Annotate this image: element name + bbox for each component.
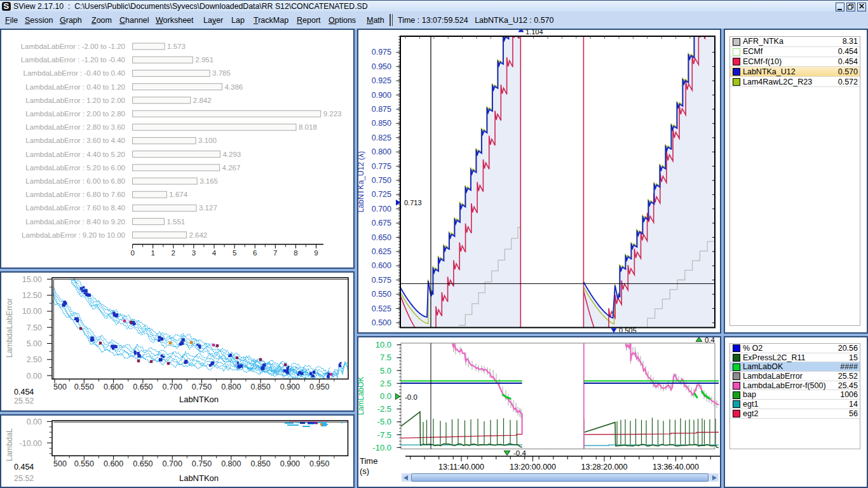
svg-text:7.5: 7.5 xyxy=(380,353,391,362)
svg-text:0.700: 0.700 xyxy=(372,205,391,214)
svg-text:(s): (s) xyxy=(360,466,369,476)
svg-text:0.575: 0.575 xyxy=(372,276,391,285)
svg-text:9: 9 xyxy=(314,249,318,257)
svg-text:10.00: 10.00 xyxy=(22,307,42,316)
svg-text:5.0: 5.0 xyxy=(380,366,391,376)
svg-text:9.223: 9.223 xyxy=(323,110,342,118)
svg-text:0.800: 0.800 xyxy=(372,147,391,156)
svg-text:LabNTKon: LabNTKon xyxy=(179,395,219,404)
svg-text:0.800: 0.800 xyxy=(221,459,241,468)
svg-text:3.165: 3.165 xyxy=(200,177,218,185)
svg-text:2.951: 2.951 xyxy=(195,56,214,64)
svg-text:0.750: 0.750 xyxy=(192,383,212,391)
svg-text:1.551: 1.551 xyxy=(166,218,185,226)
svg-text:LabNTKa_U12 (λ): LabNTKa_U12 (λ) xyxy=(358,151,365,213)
svg-text:4: 4 xyxy=(212,249,217,257)
svg-text:0.725: 0.725 xyxy=(372,190,391,199)
svg-text:13:28:20.000: 13:28:20.000 xyxy=(581,463,628,471)
svg-text:13:11:40.000: 13:11:40.000 xyxy=(438,463,484,471)
svg-text:LamLabOK: LamLabOK xyxy=(358,377,365,416)
svg-text:0.950: 0.950 xyxy=(309,383,329,391)
svg-text:-7.5: -7.5 xyxy=(377,430,391,440)
svg-text:0.700: 0.700 xyxy=(163,383,182,391)
svg-text:0.600: 0.600 xyxy=(372,261,391,270)
svg-text:15.00: 15.00 xyxy=(22,275,42,284)
svg-text:LambdaL: LambdaL xyxy=(5,428,14,461)
svg-text:0.825: 0.825 xyxy=(372,133,391,142)
svg-text:0.700: 0.700 xyxy=(163,459,182,468)
svg-text:0.750: 0.750 xyxy=(192,459,212,468)
svg-text:1.573: 1.573 xyxy=(167,43,186,50)
svg-text:500: 500 xyxy=(53,383,67,391)
svg-text:13:20:00.000: 13:20:00.000 xyxy=(510,463,556,471)
svg-text:LambdaLabError : 1.20 to 2.00: LambdaLabError : 1.20 to 2.00 xyxy=(25,97,125,104)
svg-text:6: 6 xyxy=(253,249,257,257)
svg-text:3.127: 3.127 xyxy=(199,204,217,212)
svg-text:-10.0: -10.0 xyxy=(372,443,391,452)
svg-text:4.386: 4.386 xyxy=(224,83,243,91)
svg-text:13:36:40.000: 13:36:40.000 xyxy=(653,463,699,471)
svg-text:3: 3 xyxy=(192,249,196,257)
svg-text:-0.0: -0.0 xyxy=(405,393,417,401)
svg-text:Time: Time xyxy=(360,456,377,466)
svg-text:5.00: 5.00 xyxy=(27,339,42,348)
svg-text:2: 2 xyxy=(172,249,175,257)
svg-text:LabNTKon: LabNTKon xyxy=(179,473,219,483)
svg-text:0.525: 0.525 xyxy=(372,304,391,313)
svg-text:25.52: 25.52 xyxy=(14,396,34,405)
svg-text:0: 0 xyxy=(130,249,134,257)
svg-text:LambdaLabError : 2.80 to 3.60: LambdaLabError : 2.80 to 3.60 xyxy=(25,123,125,131)
svg-text:LambdaLabError : 0.40 to 1.20: LambdaLabError : 0.40 to 1.20 xyxy=(25,83,125,91)
svg-text:0.454: 0.454 xyxy=(14,388,34,396)
svg-text:2.50: 2.50 xyxy=(27,355,42,364)
svg-text:LambdaLabError : 4.40 to 5.20: LambdaLabError : 4.40 to 5.20 xyxy=(25,151,125,158)
svg-text:4.267: 4.267 xyxy=(222,164,241,172)
svg-text:LambdaLabError : 7.60 to 8.40: LambdaLabError : 7.60 to 8.40 xyxy=(25,204,125,212)
svg-text:2.842: 2.842 xyxy=(193,97,212,104)
svg-text:0.0: 0.0 xyxy=(380,391,391,401)
svg-text:0.675: 0.675 xyxy=(372,219,391,227)
svg-text:0.500: 0.500 xyxy=(372,318,391,327)
svg-text:0.875: 0.875 xyxy=(372,105,391,114)
svg-text:4.293: 4.293 xyxy=(222,151,241,158)
svg-text:-10.00: -10.00 xyxy=(20,439,42,448)
svg-text:1.104: 1.104 xyxy=(526,30,543,36)
svg-text:0.454: 0.454 xyxy=(14,463,34,471)
svg-text:-0.4: -0.4 xyxy=(513,449,526,457)
svg-text:12.50: 12.50 xyxy=(22,291,42,300)
svg-text:0.550: 0.550 xyxy=(74,459,94,468)
svg-text:0.750: 0.750 xyxy=(372,176,391,185)
svg-text:0.505: 0.505 xyxy=(619,327,637,332)
svg-text:1: 1 xyxy=(151,249,154,257)
svg-text:LambdaLabError : 6.80 to 7.60: LambdaLabError : 6.80 to 7.60 xyxy=(25,191,125,198)
svg-text:0.925: 0.925 xyxy=(372,76,391,85)
svg-text:0.600: 0.600 xyxy=(104,383,123,391)
svg-text:0.800: 0.800 xyxy=(221,383,241,391)
svg-text:0.775: 0.775 xyxy=(372,162,391,171)
svg-text:0.650: 0.650 xyxy=(133,459,153,468)
svg-text:0.713: 0.713 xyxy=(404,199,422,207)
svg-text:10.0: 10.0 xyxy=(376,340,391,349)
svg-text:LambdaLabError : 9.20 to 10.00: LambdaLabError : 9.20 to 10.00 xyxy=(22,231,125,239)
svg-text:0.600: 0.600 xyxy=(104,459,123,468)
svg-text:LambdaLabError : 5.20 to 6.00: LambdaLabError : 5.20 to 6.00 xyxy=(25,164,125,172)
svg-text:0.625: 0.625 xyxy=(372,247,391,256)
svg-text:8: 8 xyxy=(294,249,297,257)
svg-text:0.550: 0.550 xyxy=(74,383,94,391)
svg-text:0.900: 0.900 xyxy=(280,459,300,468)
svg-text:0.975: 0.975 xyxy=(372,48,391,57)
svg-text:5: 5 xyxy=(233,249,236,257)
svg-text:LambdaLabError : -1.20 to -0.4: LambdaLabError : -1.20 to -0.40 xyxy=(21,56,125,64)
svg-text:LambdaLabError : 2.00 to 2.80: LambdaLabError : 2.00 to 2.80 xyxy=(25,110,125,118)
svg-text:LambdaLabError : -0.40 to 0.40: LambdaLabError : -0.40 to 0.40 xyxy=(24,69,125,77)
svg-text:0.550: 0.550 xyxy=(372,290,391,299)
svg-text:LambdaLabError: LambdaLabError xyxy=(5,298,14,358)
svg-text:25.52: 25.52 xyxy=(14,474,34,483)
svg-text:0.00: 0.00 xyxy=(27,372,42,381)
svg-text:3.100: 3.100 xyxy=(198,137,217,144)
svg-text:0.950: 0.950 xyxy=(372,62,391,71)
svg-text:2.5: 2.5 xyxy=(380,379,391,388)
svg-text:LambdaLabError : 6.00 to 6.80: LambdaLabError : 6.00 to 6.80 xyxy=(25,177,125,185)
svg-text:7.50: 7.50 xyxy=(27,323,42,332)
svg-text:0.650: 0.650 xyxy=(372,233,391,242)
